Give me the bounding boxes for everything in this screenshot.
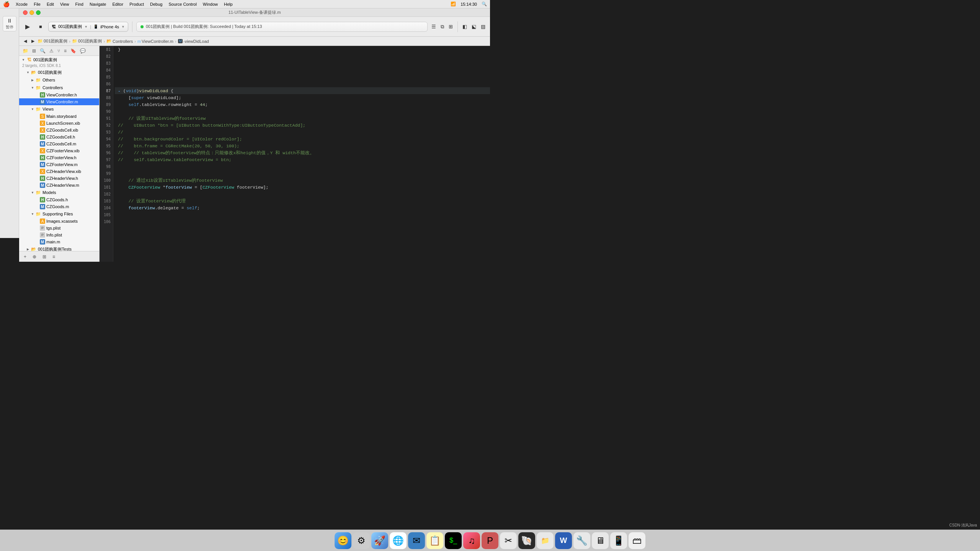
sidebar-item-czheaderview-m[interactable]: M CZHeaderView.m xyxy=(19,182,99,189)
navigator-toggle[interactable]: ◧ xyxy=(461,21,469,32)
sidebar-item-viewcontroller-h[interactable]: H ViewController.h xyxy=(19,91,99,98)
sidebar-search-btn[interactable]: 🔍 xyxy=(39,48,47,54)
breadcrumb-item-3[interactable]: m ViewController.m xyxy=(137,39,173,44)
folder-icon-supporting: 📁 xyxy=(35,211,41,217)
close-button[interactable] xyxy=(23,10,28,15)
line-num-98: 98 xyxy=(100,163,113,170)
sidebar-item-tgs-plist[interactable]: P tgs.plist xyxy=(19,225,99,231)
back-button[interactable]: ◀ xyxy=(22,38,28,44)
filter-button[interactable]: ⊕ xyxy=(31,253,38,260)
breadcrumb-item-4[interactable]: M -viewDidLoad xyxy=(178,39,209,44)
triangle-icon xyxy=(31,191,34,194)
sidebar-item-main-storyboard[interactable]: S Main.storyboard xyxy=(19,113,99,120)
menu-source-control[interactable]: Source Control xyxy=(168,2,196,7)
sidebar-bookmark-btn[interactable]: 🔖 xyxy=(69,48,77,54)
menu-help[interactable]: Help xyxy=(224,2,233,7)
storyboard-icon: S xyxy=(40,114,45,119)
sidebar-git-btn[interactable]: ⑂ xyxy=(56,48,61,54)
debug-area-toggle[interactable]: ⬕ xyxy=(470,21,478,32)
breadcrumb-item-2[interactable]: 📂 Controllers xyxy=(106,39,133,44)
breadcrumb-item-0[interactable]: 📁 001团购案例 xyxy=(38,38,67,44)
sidebar-subtitle: 2 targets, iOS SDK 8.1 xyxy=(19,64,99,68)
triangle-icon xyxy=(35,226,39,230)
line-num-105: 105 xyxy=(100,211,113,218)
triangle-icon xyxy=(35,205,39,209)
sidebar-item-czgoodscell-h[interactable]: H CZGoodsCell.h xyxy=(19,134,99,140)
menubar-right: 📶 15:14:30 🔍 xyxy=(451,2,487,7)
sidebar-item-czgoodscell-m[interactable]: M CZGoodsCell.m xyxy=(19,140,99,147)
triangle-icon xyxy=(35,135,39,139)
menu-view[interactable]: View xyxy=(60,2,69,7)
sidebar-item-viewcontroller-m[interactable]: M ViewController.m xyxy=(19,98,99,105)
sidebar-item-czgoods-h[interactable]: H CZGoods.h xyxy=(19,196,99,203)
sidebar-item-tests[interactable]: 📂 001团购案例Tests xyxy=(19,245,99,251)
chevron-icon: ▼ xyxy=(84,25,88,29)
code-content[interactable]: } - (void)viewDidLoad { [super viewDidLo… xyxy=(113,46,490,262)
minimize-button[interactable] xyxy=(29,10,34,15)
menu-debug[interactable]: Debug xyxy=(150,2,162,7)
sidebar-item-czgoodscell-xib[interactable]: X CZGoodsCell.xib xyxy=(19,127,99,134)
menu-edit[interactable]: Edit xyxy=(47,2,54,7)
menu-editor[interactable]: Editor xyxy=(112,2,123,7)
sidebar-item-czfooterview-m[interactable]: M CZFooterView.m xyxy=(19,161,99,168)
line-num-90: 90 xyxy=(100,108,113,115)
sidebar-item-czfooterview-xib[interactable]: X CZFooterView.xib xyxy=(19,147,99,154)
assistant-editor-btn[interactable]: ⧉ xyxy=(439,21,446,32)
menu-product[interactable]: Product xyxy=(129,2,144,7)
sidebar-item-czheaderview-h[interactable]: H CZHeaderView.h xyxy=(19,175,99,182)
sidebar-item-launchscreen-xib[interactable]: X LaunchScreen.xib xyxy=(19,120,99,127)
apple-menu[interactable]: 🍎 xyxy=(3,1,10,7)
maximize-button[interactable] xyxy=(36,10,41,15)
triangle-icon xyxy=(35,198,39,202)
menu-file[interactable]: File xyxy=(34,2,41,7)
triangle-icon xyxy=(35,114,39,118)
sidebar-item-controllers[interactable]: 📁 Controllers xyxy=(19,84,99,91)
xib-icon-3: X xyxy=(40,148,45,153)
sidebar-log-btn[interactable]: 💬 xyxy=(79,48,87,54)
sidebar-item-info-plist[interactable]: P Info.plist xyxy=(19,231,99,238)
stop-button[interactable]: ■ xyxy=(35,21,46,32)
view-switcher-list[interactable]: ☰ xyxy=(430,21,438,32)
sidebar-item-czheaderview-xib[interactable]: X CZHeaderView.xib xyxy=(19,168,99,175)
sidebar-item-001[interactable]: 📂 001团购案例 xyxy=(19,68,99,76)
line-num-84: 84 xyxy=(100,67,113,73)
view-options-button[interactable]: ≡ xyxy=(51,253,57,260)
menu-navigate[interactable]: Navigate xyxy=(90,2,106,7)
sidebar-item-views[interactable]: 📁 Views xyxy=(19,105,99,113)
sidebar-warning-btn[interactable]: ⚠ xyxy=(48,48,55,54)
pause-button[interactable]: ⏸ 暂停 xyxy=(3,16,16,31)
code-line-100: // 通过Xib设置UITableView的footerView xyxy=(115,177,490,184)
sidebar-list-btn[interactable]: ≡ xyxy=(63,48,68,54)
forward-button[interactable]: ▶ xyxy=(30,38,36,44)
triangle-icon xyxy=(35,128,39,132)
sidebar-symbol-btn[interactable]: ⊞ xyxy=(31,48,37,54)
add-file-button[interactable]: + xyxy=(22,253,28,260)
sidebar-item-czgoods-m[interactable]: M CZGoods.m xyxy=(19,203,99,210)
menu-window[interactable]: Window xyxy=(203,2,218,7)
menu-xcode[interactable]: Xcode xyxy=(16,2,28,7)
search-icon[interactable]: 🔍 xyxy=(482,2,487,7)
utilities-toggle[interactable]: ▨ xyxy=(479,21,487,32)
sidebar-item-project-root[interactable]: 🏗 001团购案例 xyxy=(19,56,99,64)
triangle-icon xyxy=(35,149,39,153)
sidebar-item-images-xcassets[interactable]: A Images.xcassets xyxy=(19,218,99,225)
m-file-icon-3: M xyxy=(40,162,45,167)
run-button[interactable]: ▶ xyxy=(22,21,33,32)
code-line-94: // btn.backgroundColor = [UIColor redCol… xyxy=(115,135,490,142)
sidebar-folder-btn[interactable]: 📁 xyxy=(21,48,29,54)
sidebar-item-czfooterview-h[interactable]: H CZFooterView.h xyxy=(19,154,99,161)
layout-btn[interactable]: ⊞ xyxy=(447,21,454,32)
sort-button[interactable]: ⊞ xyxy=(41,253,48,260)
line-num-81: 81 xyxy=(100,46,113,53)
sidebar-item-main-m[interactable]: M main.m xyxy=(19,238,99,245)
scheme-selector[interactable]: 🏗 001团购案例 ▼ | 📱 iPhone 4s ▼ xyxy=(48,22,128,32)
menu-find[interactable]: Find xyxy=(75,2,83,7)
window-title-bar: 11-UITableView-备课提绿.m xyxy=(19,8,490,17)
sidebar-item-models[interactable]: 📁 Models xyxy=(19,189,99,196)
device-chevron-icon: ▼ xyxy=(121,25,125,29)
triangle-icon xyxy=(35,240,39,244)
code-line-91: // 设置UITableView的footerView xyxy=(115,115,490,122)
sidebar-item-supporting-files[interactable]: 📁 Supporting Files xyxy=(19,210,99,218)
sidebar-item-others[interactable]: 📁 Others xyxy=(19,76,99,84)
breadcrumb-item-1[interactable]: 📁 001团购案例 xyxy=(72,38,102,44)
